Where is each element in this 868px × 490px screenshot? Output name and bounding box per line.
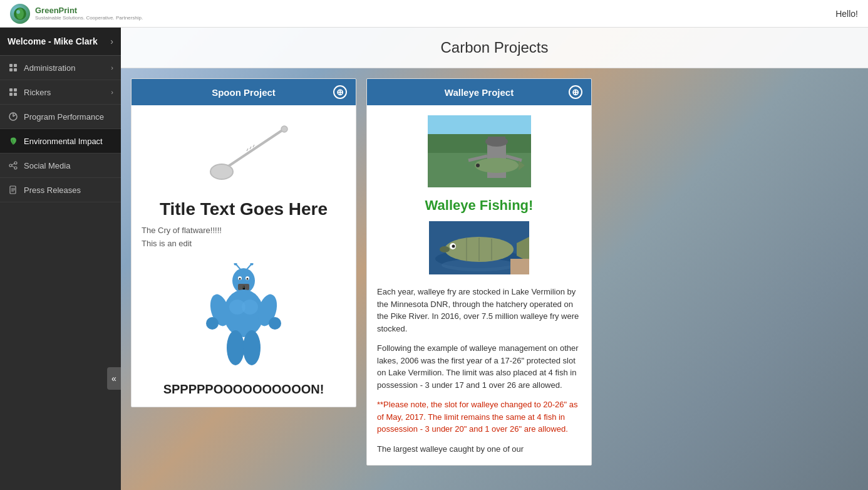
sidebar-item-program-performance[interactable]: Program Performance xyxy=(0,105,121,129)
svg-rect-5 xyxy=(9,68,13,71)
svg-point-45 xyxy=(269,317,281,330)
walleye-para-1: Each year, walleye fry are stocked in La… xyxy=(377,286,581,335)
svg-point-46 xyxy=(227,330,244,365)
sidebar-item-social-media-left: Social Media xyxy=(8,160,70,171)
svg-point-23 xyxy=(281,126,287,132)
sidebar-label-program-performance: Program Performance xyxy=(24,112,104,122)
svg-rect-3 xyxy=(9,64,13,67)
chart-icon-program-performance xyxy=(8,111,19,122)
spoon-card-edit-text: This is an edit xyxy=(142,239,346,248)
page-title: Carbon Projects xyxy=(132,39,857,56)
spoon-card-title: Spoon Project xyxy=(154,87,333,98)
spoon-card-add-icon[interactable]: ⊕ xyxy=(333,85,347,99)
svg-rect-53 xyxy=(488,137,505,143)
svg-point-2 xyxy=(16,10,20,14)
walleye-card: Walleye Project ⊕ xyxy=(366,78,592,466)
leaf-icon-environmental-impact xyxy=(8,135,19,147)
svg-point-1 xyxy=(16,8,24,19)
spoon-card-shout: SPPPPPOOOOOOOOOON! xyxy=(142,382,346,397)
content-area: Carbon Projects Spoon Project ⊕ xyxy=(121,28,868,490)
sidebar-label-administration: Administration xyxy=(24,63,75,73)
grid-icon-administration xyxy=(8,62,19,73)
logo-icon xyxy=(10,4,30,24)
svg-point-13 xyxy=(9,164,12,167)
svg-rect-50 xyxy=(428,134,531,153)
doc-icon-press-releases xyxy=(8,184,19,195)
page-header: Carbon Projects xyxy=(121,28,868,68)
svg-point-30 xyxy=(239,278,241,280)
walleye-top-photo xyxy=(428,115,531,187)
cards-container: Spoon Project ⊕ xyxy=(121,68,868,476)
sidebar-item-social-media[interactable]: Social Media xyxy=(0,154,121,178)
svg-point-39 xyxy=(224,289,264,337)
walleye-card-body: Walleye Fishing! xyxy=(367,105,591,465)
sidebar-item-press-releases-left: Press Releases xyxy=(8,184,81,195)
sidebar-item-administration-left: Administration xyxy=(8,62,75,73)
sidebar-item-program-performance-left: Program Performance xyxy=(8,111,104,122)
topbar: GreenPrint Sustainable Solutions. Cooper… xyxy=(0,0,868,28)
sidebar-arrow-rickers: › xyxy=(111,88,113,96)
spoon-card-main-title: Title Text Goes Here xyxy=(142,199,346,219)
walleye-top-image-area xyxy=(377,115,581,190)
sidebar: Welcome - Mike Clark › Administration › xyxy=(0,28,121,490)
spoon-card-header: Spoon Project ⊕ xyxy=(132,79,356,105)
spoon-card-body: Title Text Goes Here The Cry of flatware… xyxy=(132,105,356,407)
svg-point-31 xyxy=(247,278,249,280)
grid-icon-rickers xyxy=(8,86,19,98)
sidebar-item-environmental-impact-left: Environmental Impact xyxy=(8,135,103,147)
spoon-image-area xyxy=(142,115,346,199)
svg-rect-8 xyxy=(14,88,17,91)
share-icon-social-media xyxy=(8,160,19,171)
walleye-card-title: Walleye Project xyxy=(390,87,569,98)
svg-point-58 xyxy=(476,164,480,167)
sidebar-label-environmental-impact: Environmental Impact xyxy=(24,137,103,146)
logo-text: GreenPrint xyxy=(35,6,143,15)
svg-rect-9 xyxy=(9,93,13,96)
svg-point-47 xyxy=(243,330,261,365)
svg-line-25 xyxy=(250,147,251,149)
svg-point-22 xyxy=(210,164,233,179)
sidebar-item-administration[interactable]: Administration › xyxy=(0,56,121,80)
svg-point-12 xyxy=(14,162,17,164)
svg-rect-10 xyxy=(14,93,17,96)
spoon-card-subtitle: The Cry of flatware!!!!! xyxy=(142,226,346,235)
sidebar-collapse-button[interactable]: « xyxy=(107,367,121,390)
sidebar-label-social-media: Social Media xyxy=(24,161,70,170)
svg-point-64 xyxy=(440,246,450,253)
sidebar-label-rickers: Rickers xyxy=(24,88,51,97)
logo-subtext: Sustainable Solutions. Cooperative. Part… xyxy=(35,15,143,21)
logo: GreenPrint Sustainable Solutions. Cooper… xyxy=(10,4,143,24)
walleye-card-add-icon[interactable]: ⊕ xyxy=(569,85,582,99)
svg-line-16 xyxy=(12,166,14,167)
svg-rect-7 xyxy=(9,88,13,91)
walleye-para-4: The largest walleye caught by one of our xyxy=(377,443,581,456)
walleye-card-main-title: Walleye Fishing! xyxy=(377,197,581,214)
sidebar-item-rickers-left: Rickers xyxy=(8,86,51,98)
svg-line-34 xyxy=(247,264,251,269)
walleye-second-photo xyxy=(429,221,529,274)
svg-rect-4 xyxy=(14,64,17,67)
svg-line-26 xyxy=(253,145,254,147)
sidebar-welcome[interactable]: Welcome - Mike Clark › xyxy=(0,28,121,56)
svg-line-24 xyxy=(247,149,248,151)
svg-point-14 xyxy=(14,167,17,169)
svg-point-66 xyxy=(452,245,455,248)
walleye-second-image-area xyxy=(377,221,581,277)
svg-rect-70 xyxy=(510,259,529,274)
svg-line-21 xyxy=(225,131,281,169)
sidebar-arrow-administration: › xyxy=(111,64,113,71)
svg-line-15 xyxy=(12,164,14,165)
spoon-cartoon-figure: 📱 xyxy=(175,263,313,370)
spoon-cartoon-area: 📱 xyxy=(142,258,346,377)
sidebar-welcome-label: Welcome - Mike Clark xyxy=(8,36,98,46)
spoon-card: Spoon Project ⊕ xyxy=(131,78,356,407)
walleye-card-header: Walleye Project ⊕ xyxy=(367,79,591,105)
walleye-para-2: Following the example of walleye managem… xyxy=(377,342,581,391)
walleye-para-3: **Please note, the slot for walleye chan… xyxy=(377,399,581,435)
hello-text: Hello! xyxy=(835,9,858,19)
sidebar-item-rickers[interactable]: Rickers › xyxy=(0,80,121,105)
sidebar-item-press-releases[interactable]: Press Releases xyxy=(0,178,121,202)
main-layout: Welcome - Mike Clark › Administration › xyxy=(0,28,868,490)
sidebar-welcome-arrow-icon: › xyxy=(110,36,113,46)
sidebar-item-environmental-impact[interactable]: Environmental Impact xyxy=(0,129,121,154)
